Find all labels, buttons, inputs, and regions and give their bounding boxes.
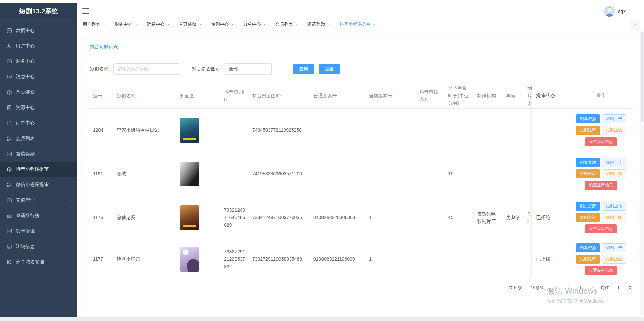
close-icon[interactable]: ×	[103, 22, 105, 27]
drama-submit-review-button[interactable]: 短剧送审	[576, 126, 600, 135]
page-number[interactable]: 1	[577, 285, 584, 290]
chevron-right-icon	[590, 286, 594, 290]
username: sqx	[618, 9, 626, 14]
sidebar-item-share-domain-management[interactable]: 分享域名管理	[0, 254, 77, 270]
drama-submit-review-button[interactable]: 短剧送审	[576, 169, 600, 178]
sidebar-item-douyin-miniapp-review[interactable]: 抖音小程序提审	[0, 162, 77, 177]
cell-douyin-id: 7332729121229537832	[221, 248, 249, 270]
cover-image[interactable]	[180, 162, 199, 186]
vertical-scrollbar[interactable]	[640, 31, 644, 316]
set-review-info-button[interactable]: 设置提审信息	[585, 224, 617, 233]
chevron-left-icon	[567, 286, 571, 290]
tab-order-center[interactable]: 订单中心×	[243, 21, 266, 28]
sidebar-item-invite-reward[interactable]: 邀请奖励	[0, 146, 77, 162]
close-icon[interactable]: ×	[231, 22, 234, 27]
tab-user-list[interactable]: 用户列表×	[83, 21, 105, 28]
tab-label: 首页装修	[179, 21, 197, 28]
sidebar-item-label: 发卡管理	[16, 228, 35, 234]
episode-resource-button[interactable]: 剧集资源	[576, 158, 600, 167]
trend-chart-icon	[7, 151, 12, 157]
search-button[interactable]: 查询	[293, 64, 314, 74]
sidebar-item-label: 抖音小程序提审	[16, 166, 49, 172]
sidebar-item-label: 用户中心	[16, 43, 35, 49]
user-menu[interactable]: sqx	[604, 6, 626, 17]
tab-member-list[interactable]: 会员列表×	[275, 21, 298, 28]
cover-image[interactable]	[180, 118, 199, 143]
close-icon[interactable]: ×	[328, 22, 330, 27]
sidebar-item-member-list[interactable]: 会员列表	[0, 131, 77, 146]
episode-resource-button[interactable]: 剧集资源	[576, 243, 600, 252]
sidebar-item-finance-center[interactable]: 财务中心	[0, 54, 77, 69]
user-icon	[7, 43, 12, 49]
goto-page-input[interactable]	[611, 283, 626, 292]
tab-douyin-miniapp-review[interactable]: 抖音小程序提审×	[340, 21, 376, 28]
tab-label: 邀请奖励	[307, 21, 325, 28]
drama-submit-review-button[interactable]: 短剧送审	[576, 213, 600, 222]
cell-name: 李家小姐的重生日记	[113, 126, 177, 134]
close-icon[interactable]: ×	[135, 22, 138, 27]
drama-upload-button[interactable]: 短剧上传	[602, 243, 626, 252]
sidebar-item-wechat-miniapp-review[interactable]: 微信小程序提审	[0, 177, 77, 193]
tab-invite-reward[interactable]: 邀请奖励×	[307, 21, 330, 28]
drama-submit-review-button[interactable]: 短剧送审	[576, 255, 600, 264]
sidebar-item-label: 微信小程序提审	[16, 182, 49, 188]
close-icon[interactable]: ×	[296, 22, 298, 27]
sidebar-item-user-center[interactable]: 用户中心	[0, 38, 77, 54]
episode-resource-button[interactable]: 剧集资源	[576, 202, 600, 211]
sidebar-item-card-management[interactable]: 发卡管理	[0, 223, 77, 239]
reset-button[interactable]: 重置	[319, 64, 340, 74]
set-review-info-button[interactable]: 设置提审信息	[585, 266, 617, 275]
drama-upload-button[interactable]: 短剧上传	[602, 114, 626, 123]
col-header-status: 提审状态	[532, 93, 569, 99]
close-icon[interactable]: ×	[167, 22, 170, 27]
next-page-button[interactable]	[588, 283, 596, 292]
close-icon[interactable]: ×	[373, 22, 376, 27]
sidebar-item-label: 邀请奖励	[16, 151, 35, 157]
drama-online-button[interactable]: 短剧上线	[602, 213, 626, 222]
sidebar: 短剧13.2系统 数据中心 用户中心 财务中心 消息中心 首页装修	[0, 3, 77, 317]
close-icon[interactable]: ×	[199, 22, 202, 27]
cell-cover-id: 7332729120058835468	[249, 255, 310, 263]
episode-resource-button[interactable]: 剧集资源	[576, 114, 600, 123]
drama-name-input[interactable]	[113, 63, 180, 75]
sidebar-item-data-center[interactable]: 数据中心	[0, 23, 77, 38]
drama-online-button[interactable]: 短剧上线	[602, 169, 626, 178]
tab-message-center[interactable]: 消息中心×	[147, 21, 170, 28]
tab-douyin-drama-list[interactable]: 抖音短剧列表	[90, 44, 118, 55]
cover-image[interactable]	[180, 205, 199, 230]
sidebar-item-order-center[interactable]: 订单中心	[0, 115, 77, 131]
drama-online-button[interactable]: 短剧上线	[602, 255, 626, 264]
tab-home-decoration[interactable]: 首页装修×	[179, 21, 202, 28]
page-size-select[interactable]: 10条/页	[527, 283, 560, 292]
set-review-info-button[interactable]: 设置提审信息	[585, 137, 617, 146]
wallet-icon	[7, 198, 12, 203]
scrollbar-thumb[interactable]	[641, 32, 643, 122]
sidebar-menu: 数据中心 用户中心 财务中心 消息中心 首页装修 资源中心	[0, 19, 77, 270]
grid-list-icon	[7, 259, 12, 265]
drama-online-button[interactable]: 短剧上线	[602, 126, 626, 135]
close-icon[interactable]: ×	[263, 22, 266, 27]
avatar[interactable]	[604, 6, 615, 17]
sidebar-item-label: 充值管理	[16, 197, 35, 203]
sidebar-item-resource-center[interactable]: 资源中心	[0, 100, 77, 115]
sidebar-item-message-center[interactable]: 消息中心	[0, 69, 77, 85]
prev-page-button[interactable]	[565, 283, 572, 292]
cover-image[interactable]	[180, 247, 199, 272]
sidebar-item-invite-ranking[interactable]: 邀请排行榜	[0, 208, 77, 223]
col-header-id: 编号	[90, 92, 113, 99]
sidebar-item-home-decoration[interactable]: 首页装修	[0, 85, 77, 100]
tab-finance-center[interactable]: 财务中心×	[115, 21, 138, 28]
col-header-cover: 封面图	[177, 92, 221, 99]
sidebar-item-logout-info[interactable]: 注销信息	[0, 239, 77, 254]
hamburger-menu-icon[interactable]	[82, 8, 89, 14]
layers-icon	[7, 167, 12, 172]
sidebar-item-recharge-management[interactable]: 充值管理	[0, 193, 77, 208]
notebook-icon	[7, 105, 12, 110]
tabs-overflow-button[interactable]	[630, 19, 640, 30]
tab-drama-center[interactable]: 短剧中心×	[211, 21, 234, 28]
set-review-info-button[interactable]: 设置提审信息	[585, 181, 617, 190]
drama-upload-button[interactable]: 短剧上传	[602, 158, 626, 167]
douyin-display-select[interactable]: 全部	[225, 63, 272, 75]
drama-upload-button[interactable]: 短剧上传	[602, 202, 626, 211]
sidebar-item-label: 首页装修	[16, 89, 35, 95]
